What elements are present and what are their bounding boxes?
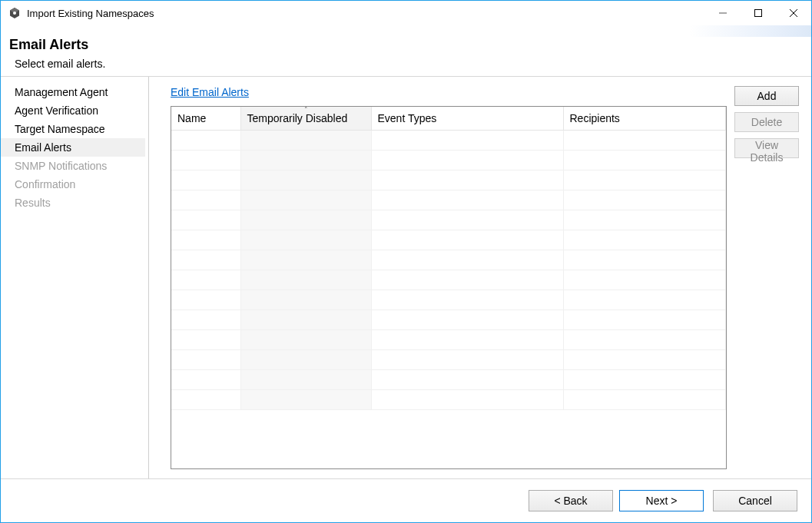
table-cell: [240, 250, 371, 270]
table-cell: [563, 310, 726, 330]
table-row[interactable]: [171, 350, 726, 370]
column-header[interactable]: Event Types: [371, 107, 563, 131]
main-panel: Edit Email Alerts NameTemporarily Disabl…: [149, 77, 811, 478]
table-cell: [563, 210, 726, 230]
title-bar: Import Existing Namespaces: [1, 1, 811, 25]
add-button[interactable]: Add: [734, 86, 799, 106]
svg-rect-4: [755, 9, 762, 16]
table-cell: [563, 170, 726, 190]
table-cell: [240, 230, 371, 250]
table-cell: [563, 350, 726, 370]
table-cell: [371, 131, 563, 151]
table-cell: [371, 370, 563, 390]
table-cell: [371, 250, 563, 270]
table-row[interactable]: [171, 390, 726, 410]
view-details-button[interactable]: View Details: [734, 138, 799, 158]
footer: < Back Next > Cancel: [1, 478, 811, 522]
table-cell: [171, 210, 240, 230]
header: Email Alerts Select email alerts.: [1, 37, 811, 76]
table-row[interactable]: [171, 190, 726, 210]
table-cell: [563, 250, 726, 270]
table-cell: [171, 170, 240, 190]
table-cell: [371, 290, 563, 310]
table-row[interactable]: [171, 270, 726, 290]
next-button[interactable]: Next >: [619, 490, 704, 511]
app-icon: [8, 7, 21, 19]
wizard-step[interactable]: Agent Verification: [1, 101, 145, 120]
table-cell: [171, 250, 240, 270]
table-row[interactable]: [171, 131, 726, 151]
wizard-steps-sidebar: Management AgentAgent VerificationTarget…: [1, 77, 149, 478]
table-cell: [563, 190, 726, 210]
page-title: Email Alerts: [9, 37, 811, 53]
table-cell: [240, 270, 371, 290]
table-cell: [171, 131, 240, 151]
table-row[interactable]: [171, 330, 726, 350]
table-cell: [563, 151, 726, 170]
table-cell: [240, 170, 371, 190]
table-row[interactable]: [171, 370, 726, 390]
sort-asc-icon: ˄: [304, 106, 308, 114]
table-cell: [171, 270, 240, 290]
svg-point-2: [13, 12, 16, 15]
table-cell: [240, 390, 371, 410]
table-cell: [171, 290, 240, 310]
table-row[interactable]: [171, 290, 726, 310]
table-cell: [240, 330, 371, 350]
table-cell: [371, 350, 563, 370]
table-cell: [563, 370, 726, 390]
wizard-step: Results: [1, 194, 145, 212]
close-button[interactable]: [776, 1, 811, 25]
table-row[interactable]: [171, 170, 726, 190]
table-cell: [371, 330, 563, 350]
table-row[interactable]: [171, 230, 726, 250]
table-cell: [240, 290, 371, 310]
table-cell: [171, 330, 240, 350]
table-cell: [171, 370, 240, 390]
table-cell: [171, 350, 240, 370]
table-cell: [240, 151, 371, 170]
minimize-button[interactable]: [705, 1, 741, 25]
table-row[interactable]: [171, 250, 726, 270]
edit-email-alerts-link[interactable]: Edit Email Alerts: [171, 86, 249, 98]
back-button[interactable]: < Back: [529, 490, 613, 511]
table-cell: [563, 230, 726, 250]
wizard-step: Confirmation: [1, 175, 145, 194]
page-subtitle: Select email alerts.: [15, 58, 811, 70]
cancel-button[interactable]: Cancel: [713, 490, 797, 511]
window-title: Import Existing Namespaces: [27, 8, 154, 19]
table-cell: [563, 330, 726, 350]
column-header[interactable]: Name: [171, 107, 240, 131]
wizard-step[interactable]: Target Namespace: [1, 120, 145, 138]
table-cell: [371, 310, 563, 330]
table-cell: [371, 151, 563, 170]
table-row[interactable]: [171, 210, 726, 230]
table-row[interactable]: [171, 151, 726, 170]
table-cell: [371, 230, 563, 250]
table-row[interactable]: [171, 310, 726, 330]
maximize-button[interactable]: [741, 1, 776, 25]
dialog-window: Import Existing Namespaces Email Alerts …: [0, 0, 812, 523]
wizard-step[interactable]: Email Alerts: [1, 138, 145, 157]
column-header[interactable]: Temporarily Disabled˄: [240, 107, 371, 131]
side-buttons: Add Delete View Details: [734, 86, 802, 469]
body: Management AgentAgent VerificationTarget…: [1, 76, 811, 478]
table-cell: [240, 210, 371, 230]
table-cell: [371, 190, 563, 210]
column-header[interactable]: Recipients: [563, 107, 726, 131]
table-cell: [563, 290, 726, 310]
table-cell: [171, 190, 240, 210]
table-cell: [371, 270, 563, 290]
alerts-table[interactable]: NameTemporarily Disabled˄Event TypesReci…: [171, 106, 727, 469]
delete-button[interactable]: Delete: [734, 112, 799, 132]
table-cell: [563, 390, 726, 410]
table-cell: [240, 350, 371, 370]
table-cell: [171, 230, 240, 250]
table-cell: [240, 131, 371, 151]
table-cell: [240, 310, 371, 330]
table-cell: [563, 131, 726, 151]
header-decoration: [1, 25, 811, 37]
wizard-step[interactable]: Management Agent: [1, 83, 145, 101]
table-cell: [171, 151, 240, 170]
table-cell: [371, 210, 563, 230]
